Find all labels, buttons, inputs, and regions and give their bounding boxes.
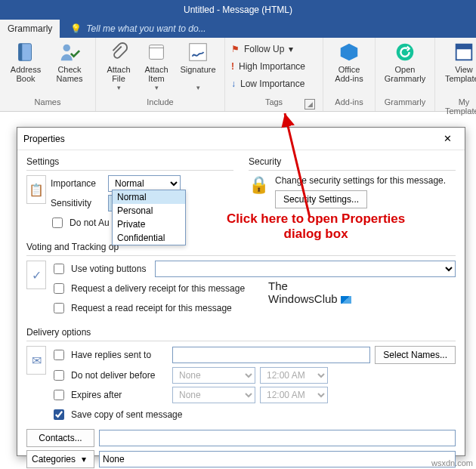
svg-rect-1 [19, 44, 23, 61]
ribbon-tab-row: Grammarly 💡 Tell me what you want to do.… [0, 20, 476, 38]
autoarchive-checkbox[interactable] [52, 218, 63, 228]
autoarchive-label: Do not Au [70, 218, 110, 228]
svg-point-5 [397, 44, 414, 61]
replies-checkbox[interactable] [54, 350, 64, 360]
sensitivity-dropdown-list[interactable]: Normal Personal Private Confidential [112, 190, 186, 245]
title-bar: Untitled - Message (HTML) [0, 0, 476, 20]
tags-dialog-launcher[interactable]: ◢ [304, 99, 315, 110]
tab-grammarly[interactable]: Grammarly [0, 20, 60, 38]
attach-file-button[interactable]: Attach File▾ [102, 41, 135, 92]
properties-dialog: Properties ✕ Settings 📋 Importance Norma… [17, 127, 465, 456]
importance-low-icon: ↓ [231, 79, 236, 89]
replies-input[interactable] [172, 347, 370, 363]
contacts-button[interactable]: Contacts... [26, 429, 94, 447]
signature-button[interactable]: Signature▾ [178, 41, 218, 92]
delivery-icon: ✉ [26, 346, 46, 375]
expires-checkbox[interactable] [54, 390, 64, 400]
close-icon: ✕ [444, 133, 452, 144]
group-label-names: Names [6, 97, 89, 111]
delivery-receipt-checkbox[interactable] [54, 283, 64, 294]
address-book-button[interactable]: Address Book [6, 41, 45, 83]
sensitivity-label: Sensitivity [51, 198, 104, 208]
address-book-icon [14, 41, 37, 63]
svg-point-2 [63, 45, 70, 51]
group-tags: ⚑Follow Up ▾ !High Importance ↓Low Impor… [225, 38, 323, 111]
settings-heading: Settings [26, 156, 233, 167]
replies-label: Have replies sent to [71, 350, 168, 360]
expires-label: Expires after [71, 390, 168, 400]
follow-up-button[interactable]: ⚑Follow Up ▾ [231, 41, 293, 57]
voting-heading: Voting and Tracking op [26, 242, 456, 252]
security-settings-button[interactable]: Security Settings... [275, 190, 367, 208]
group-label-include: Include [102, 97, 218, 111]
delivery-receipt-label: Request a delivery receipt for this mess… [71, 283, 245, 294]
view-templates-button[interactable]: View Templates [441, 41, 476, 83]
group-names: Address Book Check Names Names [0, 38, 96, 111]
categories-input[interactable] [99, 451, 456, 467]
signature-icon [187, 41, 209, 63]
select-names-button[interactable]: Select Names... [375, 346, 456, 364]
deliver-before-checkbox[interactable] [54, 370, 64, 381]
deliver-before-date: None [172, 367, 255, 384]
check-names-button[interactable]: Check Names [50, 41, 89, 83]
deliver-before-label: Do not deliver before [71, 370, 168, 381]
svg-rect-4 [190, 44, 207, 61]
attach-item-icon [145, 41, 168, 63]
open-grammarly-button[interactable]: Open Grammarly [382, 41, 428, 83]
addins-icon [338, 41, 360, 63]
dialog-title: Properties [23, 134, 65, 144]
templates-icon [453, 41, 475, 63]
security-heading: Security [249, 156, 456, 167]
voting-icon: ✓ [26, 261, 46, 289]
sensitivity-option-personal[interactable]: Personal [113, 204, 185, 218]
group-addins: Office Add-ins Add-ins [323, 38, 376, 111]
svg-rect-7 [456, 45, 472, 50]
save-copy-checkbox[interactable] [54, 409, 64, 420]
lightbulb-icon: 💡 [70, 23, 82, 34]
group-grammarly: Open Grammarly Grammarly [376, 38, 435, 111]
sensitivity-option-private[interactable]: Private [113, 218, 185, 231]
attach-item-button[interactable]: Attach Item▾ [140, 41, 173, 92]
read-receipt-checkbox[interactable] [54, 303, 64, 313]
group-include: Attach File▾ Attach Item▾ Signature▾ Inc… [96, 38, 225, 111]
office-addins-button[interactable]: Office Add-ins [329, 41, 369, 83]
expires-date: None [172, 387, 255, 403]
dialog-close-button[interactable]: ✕ [436, 131, 459, 147]
security-text: Change security settings for this messag… [275, 175, 446, 186]
window-title: Untitled - Message (HTML) [184, 5, 292, 15]
read-receipt-label: Request a read receipt for this message [71, 303, 232, 313]
tell-me-hint[interactable]: Tell me what you want to do... [86, 23, 206, 34]
lock-icon: 🔒 [249, 175, 269, 208]
paperclip-icon [107, 41, 130, 63]
svg-rect-3 [150, 45, 164, 60]
source-credit: wsxdn.com [431, 458, 473, 467]
flag-icon: ⚑ [231, 44, 240, 54]
deliver-before-time: 12:00 AM [260, 367, 328, 384]
voting-section: Voting and Tracking op ✓ Use voting butt… [26, 242, 456, 319]
categories-button[interactable]: Categories ▾ [26, 450, 94, 468]
settings-icon: 📋 [26, 175, 46, 204]
importance-high-icon: ! [231, 61, 234, 72]
sensitivity-option-normal[interactable]: Normal [113, 190, 185, 204]
sensitivity-option-confidential[interactable]: Confidential [113, 231, 185, 245]
importance-label: Importance [51, 178, 104, 189]
voting-buttons-label: Use voting buttons [71, 264, 146, 274]
voting-buttons-checkbox[interactable] [54, 264, 64, 274]
dialog-titlebar: Properties ✕ [17, 128, 465, 150]
expires-time: 12:00 AM [260, 387, 328, 403]
low-importance-button[interactable]: ↓Low Importance [231, 76, 304, 92]
security-section: Security 🔒 Change security settings for … [249, 156, 456, 234]
ribbon: Address Book Check Names Names Attach Fi… [0, 38, 476, 112]
group-label-grammarly: Grammarly [382, 97, 428, 111]
group-label-addins: Add-ins [329, 97, 369, 111]
delivery-section: Delivery options ✉ Have replies sent to … [26, 327, 456, 468]
group-label-templates: My Templates [441, 97, 476, 111]
voting-buttons-select[interactable] [155, 261, 456, 277]
group-templates: View Templates My Templates [435, 38, 476, 111]
delivery-heading: Delivery options [26, 327, 456, 338]
check-names-icon [58, 41, 81, 63]
high-importance-button[interactable]: !High Importance [231, 58, 305, 75]
contacts-input[interactable] [99, 430, 456, 446]
save-copy-label: Save copy of sent message [71, 409, 182, 420]
grammarly-icon [394, 41, 416, 63]
